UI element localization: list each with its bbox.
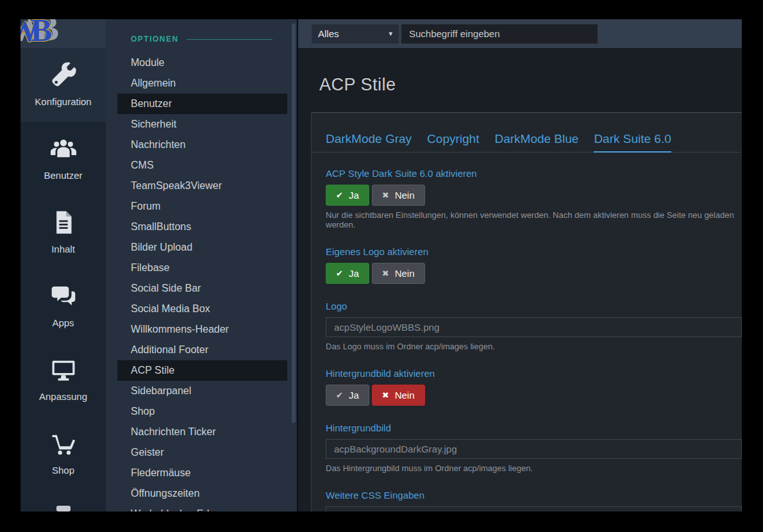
sidebar-item-label: Anpassung bbox=[39, 391, 87, 402]
nein-button[interactable]: ✖Nein bbox=[372, 185, 425, 206]
options-sidebar: OPTIONEN ModuleAllgemeinBenutzerSicherhe… bbox=[106, 19, 298, 511]
settings-panel: DarkMode GrayCopyrightDarkMode BlueDark … bbox=[311, 112, 742, 511]
hintergrundbild-input[interactable] bbox=[326, 439, 742, 459]
app-logo[interactable]: WB WB bbox=[21, 19, 106, 48]
field-label: Hintergrundbild aktivieren bbox=[326, 368, 742, 379]
tab-copyright[interactable]: Copyright bbox=[427, 132, 479, 146]
options-item-nachrichten[interactable]: Nachrichten bbox=[106, 135, 297, 155]
options-item-forum[interactable]: Forum bbox=[106, 196, 297, 217]
options-item-acp-stile[interactable]: ACP Stile bbox=[117, 360, 287, 381]
field-hint: Nur die sichtbaren Einstellungen, können… bbox=[326, 210, 742, 229]
field-label: ACP Style Dark Suite 6.0 aktivieren bbox=[326, 168, 742, 179]
form-section-eigenes-logo-aktivieren: Eigenes Logo aktivieren✔Ja✖Nein bbox=[326, 246, 742, 284]
options-header-label: OPTIONEN bbox=[131, 35, 179, 44]
toggle-button-group: ✔Ja✖Nein bbox=[326, 185, 742, 206]
options-list: ModuleAllgemeinBenutzerSicherheitNachric… bbox=[106, 53, 297, 511]
check-icon: ✔ bbox=[336, 191, 343, 199]
search-scope-select[interactable]: Alles ▾ bbox=[312, 24, 399, 44]
sidebar-item-shop[interactable]: Shop bbox=[21, 417, 106, 490]
ja-button[interactable]: ✔Ja bbox=[326, 385, 369, 406]
options-item-additional-footer[interactable]: Additional Footer bbox=[106, 340, 297, 360]
options-item-filebase[interactable]: Filebase bbox=[106, 258, 297, 278]
check-icon: ✔ bbox=[336, 269, 343, 278]
field-label: Hintergrundbild bbox=[326, 422, 742, 433]
button-label: Nein bbox=[395, 268, 415, 279]
options-item-sidebarpanel[interactable]: Sidebarpanel bbox=[106, 381, 297, 401]
cart-icon bbox=[51, 431, 76, 456]
options-item-sicherheit[interactable]: Sicherheit bbox=[106, 114, 297, 135]
form-section-hintergrundbild: HintergrundbildDas Hintergrungbild muss … bbox=[326, 422, 742, 473]
x-icon: ✖ bbox=[382, 269, 389, 278]
options-item-benutzer[interactable]: Benutzer bbox=[117, 94, 287, 114]
options-item-teamspeak3viewer[interactable]: TeamSpeak3Viewer bbox=[106, 176, 297, 196]
sidebar-item-benutzer[interactable]: Benutzer bbox=[21, 122, 106, 195]
field-hint: Das Hintergrungbild muss im Ordner acp/i… bbox=[326, 463, 742, 473]
x-icon: ✖ bbox=[382, 191, 389, 199]
settings-form: ACP Style Dark Suite 6.0 aktivieren✔Ja✖N… bbox=[312, 168, 742, 511]
tab-dark-suite-6-0[interactable]: Dark Suite 6.0 bbox=[594, 132, 671, 146]
toggle-button-group: ✔Ja✖Nein bbox=[326, 385, 742, 406]
options-item-werbeblocker-erkennung[interactable]: Werbeblocker Erkennung bbox=[106, 504, 297, 511]
field-label: Eigenes Logo aktivieren bbox=[326, 246, 742, 257]
options-header: OPTIONEN bbox=[131, 35, 272, 44]
logo-monogram: WB bbox=[21, 19, 44, 48]
button-label: Nein bbox=[395, 190, 415, 201]
nein-button[interactable]: ✖Nein bbox=[372, 263, 425, 284]
form-section-acp-style-dark-suite-6-0-aktivieren: ACP Style Dark Suite 6.0 aktivieren✔Ja✖N… bbox=[326, 168, 742, 229]
options-item-module[interactable]: Module bbox=[106, 53, 297, 73]
button-label: Nein bbox=[395, 390, 415, 401]
field-label: Weitere CSS Eingaben bbox=[326, 490, 742, 501]
tab-darkmode-gray[interactable]: DarkMode Gray bbox=[326, 132, 412, 146]
search-input[interactable] bbox=[401, 24, 598, 44]
sidebar-item-anpassung[interactable]: Anpassung bbox=[21, 343, 106, 417]
field-label: Logo bbox=[326, 301, 742, 312]
button-label: Ja bbox=[349, 190, 359, 201]
sidebar-item-inhalt[interactable]: Inhalt bbox=[21, 195, 106, 269]
users-icon bbox=[51, 136, 76, 162]
form-section-logo: LogoDas Logo muss im Ordner acp/images l… bbox=[326, 301, 742, 351]
wrench-icon bbox=[51, 62, 76, 88]
options-item-flederm-use[interactable]: Fledermäuse bbox=[106, 463, 297, 483]
options-header-rule bbox=[187, 39, 272, 40]
ja-button[interactable]: ✔Ja bbox=[326, 185, 369, 206]
next-item-partial-icon bbox=[56, 506, 71, 511]
options-item-nachrichten-ticker[interactable]: Nachrichten Ticker bbox=[106, 422, 297, 442]
nein-button[interactable]: ✖Nein bbox=[372, 385, 425, 406]
field-hint: Das Logo muss im Ordner acp/images liege… bbox=[326, 342, 742, 351]
sidebar-item-label: Shop bbox=[52, 465, 74, 476]
ja-button[interactable]: ✔Ja bbox=[326, 263, 369, 284]
sidebar-item-label: Inhalt bbox=[51, 244, 75, 254]
sidebar-item-apps[interactable]: Apps bbox=[21, 269, 106, 343]
options-item-ffnungszeiten[interactable]: Öffnungszeiten bbox=[106, 483, 297, 504]
chevron-down-icon: ▾ bbox=[389, 29, 392, 38]
toggle-button-group: ✔Ja✖Nein bbox=[326, 263, 742, 284]
document-icon bbox=[51, 210, 76, 235]
sidebar-item-konfiguration[interactable]: Konfiguration bbox=[21, 48, 106, 122]
tab-darkmode-blue[interactable]: DarkMode Blue bbox=[494, 132, 578, 146]
options-item-bilder-upload[interactable]: Bilder Upload bbox=[106, 237, 297, 258]
sidebar-item-label: Apps bbox=[52, 317, 74, 328]
options-item-willkommens-header[interactable]: Willkommens-Header bbox=[106, 319, 297, 340]
weitere-css-eingaben-textarea[interactable] bbox=[326, 506, 742, 511]
options-item-allgemein[interactable]: Allgemein bbox=[106, 73, 297, 94]
options-item-shop[interactable]: Shop bbox=[106, 401, 297, 422]
form-section-hintergrundbild-aktivieren: Hintergrundbild aktivieren✔Ja✖Nein bbox=[326, 368, 742, 406]
comments-icon bbox=[51, 283, 76, 309]
content-column: Alles ▾ ACP Stile DarkMode GrayCopyright… bbox=[298, 19, 742, 511]
search-scope-value: Alles bbox=[318, 28, 339, 39]
main-sidebar-nav: KonfigurationBenutzerInhaltAppsAnpassung… bbox=[21, 48, 106, 490]
options-item-geister[interactable]: Geister bbox=[106, 442, 297, 463]
sidebar-item-label: Konfiguration bbox=[35, 96, 91, 107]
check-icon: ✔ bbox=[336, 391, 343, 399]
options-item-social-side-bar[interactable]: Social Side Bar bbox=[106, 278, 297, 299]
main-content: ACP Stile DarkMode GrayCopyrightDarkMode… bbox=[298, 48, 742, 511]
icon-sidebar: WB WB KonfigurationBenutzerInhaltAppsAnp… bbox=[21, 19, 106, 511]
desktop-icon bbox=[51, 357, 76, 383]
options-scrollbar[interactable] bbox=[292, 23, 296, 423]
x-icon: ✖ bbox=[382, 391, 389, 399]
options-item-social-media-box[interactable]: Social Media Box bbox=[106, 299, 297, 319]
logo-input[interactable] bbox=[326, 317, 742, 337]
options-item-smallbuttons[interactable]: SmallButtons bbox=[106, 217, 297, 237]
options-item-cms[interactable]: CMS bbox=[106, 155, 297, 176]
form-section-weitere-css-eingaben: Weitere CSS Eingaben bbox=[326, 490, 742, 511]
